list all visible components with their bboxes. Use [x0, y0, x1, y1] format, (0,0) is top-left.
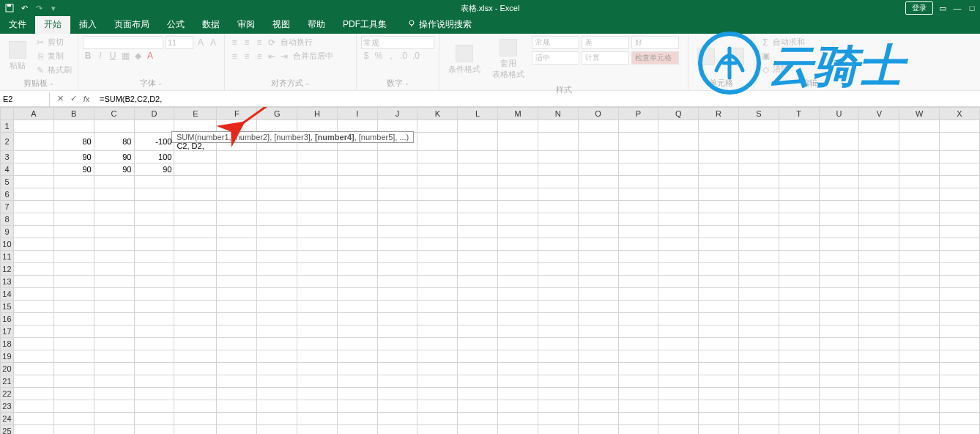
- cell-F21[interactable]: [217, 375, 257, 388]
- cell-N13[interactable]: [538, 276, 578, 288]
- cell-Q17[interactable]: [658, 326, 699, 338]
- cell-L6[interactable]: [458, 188, 498, 201]
- row-header-5[interactable]: 5: [1, 176, 14, 188]
- cell-J16[interactable]: [377, 313, 417, 326]
- cell-I20[interactable]: [337, 363, 377, 375]
- percent-icon[interactable]: %: [374, 51, 384, 61]
- cell-V24[interactable]: [859, 413, 899, 425]
- cell-I17[interactable]: [337, 326, 377, 338]
- cell-S2[interactable]: [738, 133, 779, 151]
- cell-W3[interactable]: [899, 151, 940, 163]
- cell-O11[interactable]: [578, 251, 618, 263]
- cell-O6[interactable]: [578, 188, 618, 201]
- cell-N8[interactable]: [538, 213, 578, 226]
- cell-T20[interactable]: [779, 363, 819, 375]
- table-format-button[interactable]: 套用 表格格式: [488, 36, 529, 83]
- cell-U9[interactable]: [819, 226, 859, 238]
- cell-R3[interactable]: [699, 151, 739, 163]
- cell-X14[interactable]: [940, 288, 980, 301]
- cell-Q4[interactable]: [658, 163, 699, 176]
- cell-O23[interactable]: [578, 400, 618, 413]
- cell-N2[interactable]: [538, 133, 578, 151]
- cell-G14[interactable]: [257, 288, 297, 301]
- col-header-N[interactable]: N: [538, 108, 578, 120]
- cell-J23[interactable]: [377, 400, 417, 413]
- cell-I13[interactable]: [337, 276, 377, 288]
- cell-D20[interactable]: [134, 363, 174, 375]
- cell-O1[interactable]: [578, 120, 618, 133]
- cell-Q25[interactable]: [658, 425, 699, 435]
- cell-D9[interactable]: [134, 226, 174, 238]
- cell-G6[interactable]: [257, 188, 297, 201]
- cell-R20[interactable]: [699, 363, 739, 375]
- cell-I23[interactable]: [337, 400, 377, 413]
- cell-U15[interactable]: [819, 301, 859, 313]
- cell-U25[interactable]: [819, 425, 859, 435]
- cell-T5[interactable]: [779, 176, 819, 188]
- cell-L19[interactable]: [458, 350, 498, 363]
- cell-Q1[interactable]: [658, 120, 699, 133]
- cell-H16[interactable]: [297, 313, 338, 326]
- cell-I4[interactable]: [337, 163, 377, 176]
- cell-B20[interactable]: [53, 363, 94, 375]
- cell-H21[interactable]: [297, 375, 338, 388]
- sheet-area[interactable]: ABCDEFGHIJKLMNOPQRSTUVWX128080-100=SUM(B…: [0, 107, 980, 434]
- cell-I6[interactable]: [337, 188, 377, 201]
- cell-A10[interactable]: [13, 238, 53, 251]
- cell-N17[interactable]: [538, 326, 578, 338]
- col-header-H[interactable]: H: [297, 108, 338, 120]
- cell-H17[interactable]: [297, 326, 338, 338]
- cell-I10[interactable]: [337, 238, 377, 251]
- cell-P6[interactable]: [618, 188, 658, 201]
- cell-J24[interactable]: [377, 413, 417, 425]
- align-center-icon[interactable]: ≡: [242, 51, 252, 62]
- cell-X13[interactable]: [940, 276, 980, 288]
- cell-S3[interactable]: [738, 151, 779, 163]
- cell-X15[interactable]: [940, 301, 980, 313]
- cell-V23[interactable]: [859, 400, 899, 413]
- cell-V9[interactable]: [859, 226, 899, 238]
- cell-L10[interactable]: [458, 238, 498, 251]
- cell-V16[interactable]: [859, 313, 899, 326]
- cell-S12[interactable]: [738, 263, 779, 276]
- cell-K2[interactable]: [417, 133, 458, 151]
- cell-L17[interactable]: [458, 326, 498, 338]
- cell-W23[interactable]: [899, 400, 940, 413]
- cell-C6[interactable]: [94, 188, 134, 201]
- cell-A1[interactable]: [13, 120, 53, 133]
- cell-C23[interactable]: [94, 400, 134, 413]
- cell-N22[interactable]: [538, 388, 578, 400]
- cell-B4[interactable]: 90: [53, 163, 94, 176]
- cell-B3[interactable]: 90: [53, 151, 94, 163]
- cell-E9[interactable]: [174, 226, 217, 238]
- col-header-T[interactable]: T: [779, 108, 819, 120]
- cell-E13[interactable]: [174, 276, 217, 288]
- cell-K19[interactable]: [417, 350, 458, 363]
- cell-V2[interactable]: [859, 133, 899, 151]
- cell-S17[interactable]: [738, 326, 779, 338]
- cell-E8[interactable]: [174, 213, 217, 226]
- cell-K6[interactable]: [417, 188, 458, 201]
- style-bad[interactable]: 差: [582, 36, 629, 49]
- col-header-C[interactable]: C: [94, 108, 134, 120]
- cell-J17[interactable]: [377, 326, 417, 338]
- cell-I24[interactable]: [337, 413, 377, 425]
- cell-P3[interactable]: [618, 151, 658, 163]
- cell-P25[interactable]: [618, 425, 658, 435]
- cell-O8[interactable]: [578, 213, 618, 226]
- cell-P1[interactable]: [618, 120, 658, 133]
- tab-home[interactable]: 开始: [35, 15, 70, 34]
- row-header-11[interactable]: 11: [1, 251, 14, 263]
- cell-W16[interactable]: [899, 313, 940, 326]
- cell-H13[interactable]: [297, 276, 338, 288]
- cell-O18[interactable]: [578, 338, 618, 350]
- cell-A23[interactable]: [13, 400, 53, 413]
- cell-D8[interactable]: [134, 213, 174, 226]
- cell-V21[interactable]: [859, 375, 899, 388]
- cell-E17[interactable]: [174, 326, 217, 338]
- cell-O12[interactable]: [578, 263, 618, 276]
- cell-Q20[interactable]: [658, 363, 699, 375]
- cell-P9[interactable]: [618, 226, 658, 238]
- cell-F11[interactable]: [217, 251, 257, 263]
- cell-P23[interactable]: [618, 400, 658, 413]
